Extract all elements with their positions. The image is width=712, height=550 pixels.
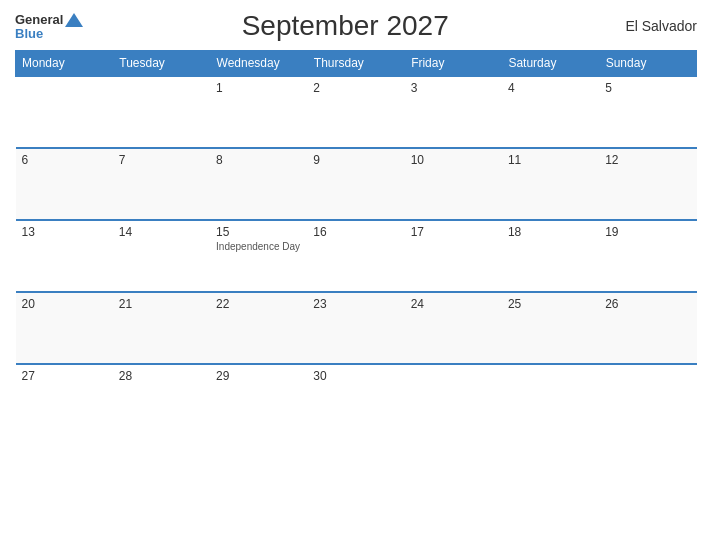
day-number: 15 [216,225,301,239]
table-row: 19 [599,220,696,292]
table-row [599,364,696,436]
calendar-table: Monday Tuesday Wednesday Thursday Friday… [15,50,697,436]
col-wednesday: Wednesday [210,51,307,77]
col-sunday: Sunday [599,51,696,77]
calendar-week-row: 27282930 [16,364,697,436]
day-number: 9 [313,153,398,167]
table-row: 22 [210,292,307,364]
table-row [405,364,502,436]
col-monday: Monday [16,51,113,77]
table-row: 12 [599,148,696,220]
table-row: 8 [210,148,307,220]
table-row: 23 [307,292,404,364]
col-saturday: Saturday [502,51,599,77]
day-number: 23 [313,297,398,311]
col-thursday: Thursday [307,51,404,77]
calendar-week-row: 131415Independence Day16171819 [16,220,697,292]
logo: General Blue [15,13,83,40]
table-row: 21 [113,292,210,364]
table-row: 2 [307,76,404,148]
day-number: 20 [22,297,107,311]
day-number: 29 [216,369,301,383]
day-number: 5 [605,81,690,95]
day-number: 2 [313,81,398,95]
table-row: 18 [502,220,599,292]
table-row: 24 [405,292,502,364]
day-number: 12 [605,153,690,167]
col-tuesday: Tuesday [113,51,210,77]
table-row: 29 [210,364,307,436]
day-number: 21 [119,297,204,311]
svg-marker-0 [65,13,83,27]
day-number: 18 [508,225,593,239]
day-number: 28 [119,369,204,383]
table-row: 16 [307,220,404,292]
table-row: 10 [405,148,502,220]
table-row: 3 [405,76,502,148]
day-number: 24 [411,297,496,311]
table-row: 9 [307,148,404,220]
day-number: 1 [216,81,301,95]
day-number: 17 [411,225,496,239]
day-number: 22 [216,297,301,311]
col-friday: Friday [405,51,502,77]
header: General Blue September 2027 El Salvador [15,10,697,42]
table-row: 26 [599,292,696,364]
calendar-title: September 2027 [83,10,607,42]
day-number: 6 [22,153,107,167]
calendar-week-row: 6789101112 [16,148,697,220]
table-row: 20 [16,292,113,364]
table-row: 15Independence Day [210,220,307,292]
day-number: 4 [508,81,593,95]
table-row: 13 [16,220,113,292]
table-row [502,364,599,436]
logo-blue-text: Blue [15,27,43,40]
page: General Blue September 2027 El Salvador … [0,0,712,550]
table-row: 25 [502,292,599,364]
table-row: 28 [113,364,210,436]
day-number: 11 [508,153,593,167]
table-row: 17 [405,220,502,292]
table-row: 6 [16,148,113,220]
weekday-header-row: Monday Tuesday Wednesday Thursday Friday… [16,51,697,77]
day-number: 14 [119,225,204,239]
table-row: 11 [502,148,599,220]
table-row: 5 [599,76,696,148]
table-row: 7 [113,148,210,220]
table-row [113,76,210,148]
calendar-week-row: 12345 [16,76,697,148]
table-row: 14 [113,220,210,292]
day-number: 25 [508,297,593,311]
country-label: El Salvador [607,18,697,34]
day-number: 13 [22,225,107,239]
day-number: 30 [313,369,398,383]
day-number: 27 [22,369,107,383]
calendar-week-row: 20212223242526 [16,292,697,364]
day-number: 7 [119,153,204,167]
table-row [16,76,113,148]
day-number: 3 [411,81,496,95]
table-row: 30 [307,364,404,436]
day-number: 16 [313,225,398,239]
table-row: 4 [502,76,599,148]
day-number: 19 [605,225,690,239]
logo-general-text: General [15,13,63,26]
logo-flag-icon [65,13,83,27]
table-row: 1 [210,76,307,148]
table-row: 27 [16,364,113,436]
day-number: 8 [216,153,301,167]
day-event: Independence Day [216,241,301,252]
day-number: 26 [605,297,690,311]
day-number: 10 [411,153,496,167]
